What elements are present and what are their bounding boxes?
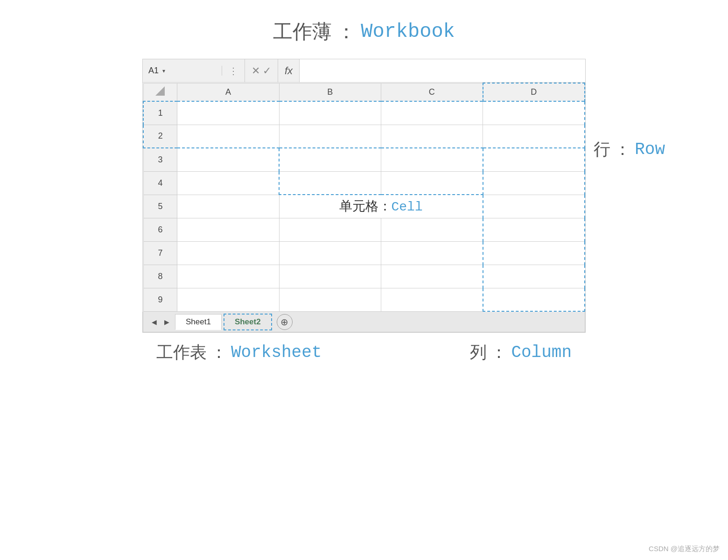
cell-c6[interactable] (381, 218, 483, 241)
cancel-icon[interactable]: ✕ (252, 65, 260, 77)
row-header-7[interactable]: 7 (143, 241, 177, 265)
row-header-2[interactable]: 2 (143, 125, 177, 148)
fx-label: fx (278, 59, 300, 82)
cell-d6[interactable] (483, 218, 585, 241)
worksheet-ann-cn: 工作表 (156, 341, 207, 364)
sheet2-tab[interactable]: Sheet2 (224, 314, 272, 330)
add-sheet-button[interactable]: ⊕ (277, 314, 293, 330)
cell-d3[interactable] (483, 148, 585, 171)
cell-a6[interactable] (177, 218, 279, 241)
row-header-3[interactable]: 3 (143, 148, 177, 171)
worksheet-ann-en: Worksheet (231, 343, 322, 362)
cell-c2[interactable] (381, 125, 483, 148)
cell-label-en: Cell (392, 200, 423, 214)
cell-d7[interactable] (483, 241, 585, 265)
column-annotation: 列 ： Column (470, 341, 572, 364)
row-ann-en: Row (635, 140, 665, 159)
row-header-9[interactable]: 9 (143, 288, 177, 311)
scroll-left-btn[interactable]: ◀ (148, 316, 161, 328)
cell-d9[interactable] (483, 288, 585, 311)
cell-a9[interactable] (177, 288, 279, 311)
spreadsheet-grid: A B C D 1 (143, 83, 585, 312)
svg-marker-0 (155, 86, 165, 96)
row-header-4[interactable]: 4 (143, 171, 177, 195)
cell-c8[interactable] (381, 265, 483, 288)
sheet1-tab[interactable]: Sheet1 (175, 314, 222, 330)
row-annotation: 行 ： Row (594, 138, 665, 161)
cell-b5[interactable]: 单元格：Cell (279, 195, 483, 218)
cell-c3[interactable] (381, 148, 483, 171)
cell-d1[interactable] (483, 101, 585, 125)
table-row: 8 (143, 265, 585, 288)
table-row: 3 (143, 148, 585, 171)
table-row: 9 (143, 288, 585, 311)
row-ann-colon: ： (614, 138, 631, 161)
corner-header (143, 83, 177, 101)
cell-b6[interactable] (279, 218, 381, 241)
formula-input[interactable] (300, 59, 585, 82)
column-ann-colon: ： (490, 341, 507, 364)
title-colon: ： (336, 19, 356, 45)
sheet-tab-bar: ◀ ▶ Sheet1 Sheet2 ⊕ (143, 312, 585, 332)
formula-bar: A1 ▾ ⋮ ✕ ✓ fx (142, 59, 586, 82)
cell-c7[interactable] (381, 241, 483, 265)
cell-label-colon: ： (378, 199, 392, 213)
title-cn: 工作薄 (273, 19, 332, 45)
cell-a3[interactable] (177, 148, 279, 171)
col-header-c[interactable]: C (381, 83, 483, 101)
watermark: CSDN @追逐远方的梦 (649, 545, 720, 553)
column-ann-cn: 列 (470, 341, 487, 364)
cell-c4[interactable] (381, 171, 483, 195)
row-header-6[interactable]: 6 (143, 218, 177, 241)
col-header-d[interactable]: D (483, 83, 585, 101)
cell-reference-box: A1 ▾ (143, 66, 222, 76)
col-header-a[interactable]: A (177, 83, 279, 101)
scroll-right-btn[interactable]: ▶ (161, 316, 173, 328)
formula-bar-icons: ⋮ (222, 59, 245, 82)
col-header-b[interactable]: B (279, 83, 381, 101)
cell-a8[interactable] (177, 265, 279, 288)
worksheet-ann-colon: ： (210, 341, 227, 364)
cell-label-cn: 单元格 (339, 199, 378, 213)
table-row: 2 (143, 125, 585, 148)
row-header-8[interactable]: 8 (143, 265, 177, 288)
check-icon[interactable]: ✓ (263, 65, 271, 77)
grid-wrapper: A B C D 1 (142, 82, 586, 333)
cell-d4[interactable] (483, 171, 585, 195)
cell-c1[interactable] (381, 101, 483, 125)
table-row: 1 (143, 101, 585, 125)
cell-b3[interactable] (279, 148, 381, 171)
cell-b4[interactable] (279, 171, 381, 195)
bottom-annotations: 工作表 ： Worksheet 列 ： Column (142, 341, 586, 364)
cell-c9[interactable] (381, 288, 483, 311)
cell-ref-label: A1 (148, 66, 159, 76)
dropdown-arrow-icon[interactable]: ▾ (162, 68, 165, 74)
row-header-5[interactable]: 5 (143, 195, 177, 218)
cell-a5[interactable] (177, 195, 279, 218)
dots-icon: ⋮ (229, 65, 238, 77)
worksheet-annotation: 工作表 ： Worksheet (156, 341, 322, 364)
cell-b2[interactable] (279, 125, 381, 148)
cell-b7[interactable] (279, 241, 381, 265)
formula-bar-actions: ✕ ✓ (245, 59, 278, 82)
table-row: 6 (143, 218, 585, 241)
cell-a4[interactable] (177, 171, 279, 195)
cell-d5[interactable] (483, 195, 585, 218)
cell-a7[interactable] (177, 241, 279, 265)
row-ann-cn: 行 (594, 138, 610, 161)
table-row: 7 (143, 241, 585, 265)
cell-b1[interactable] (279, 101, 381, 125)
column-ann-en: Column (511, 343, 572, 362)
row-header-1[interactable]: 1 (143, 101, 177, 125)
table-row: 5 单元格：Cell (143, 195, 585, 218)
cell-d8[interactable] (483, 265, 585, 288)
table-row: 4 (143, 171, 585, 195)
cell-b9[interactable] (279, 288, 381, 311)
cell-a2[interactable] (177, 125, 279, 148)
title-row: 工作薄 ： Workbook (273, 19, 455, 45)
spreadsheet-container: A1 ▾ ⋮ ✕ ✓ fx (142, 59, 586, 333)
title-en: Workbook (361, 21, 455, 43)
cell-a1[interactable] (177, 101, 279, 125)
cell-d2[interactable] (483, 125, 585, 148)
cell-b8[interactable] (279, 265, 381, 288)
